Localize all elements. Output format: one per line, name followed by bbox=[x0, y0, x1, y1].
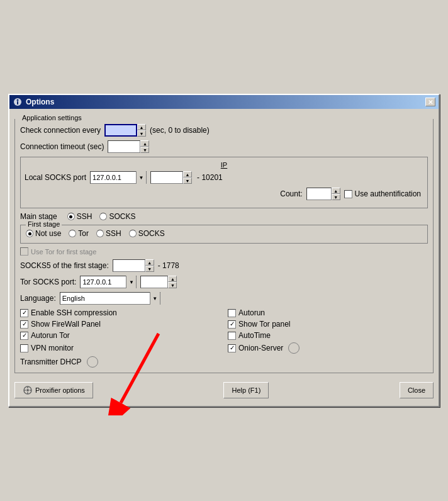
autotime-box[interactable] bbox=[228, 332, 236, 340]
socks5-spinbox: 1777 ▲ ▼ bbox=[113, 259, 154, 272]
help-button[interactable]: Help (F1) bbox=[223, 382, 269, 398]
close-button[interactable]: ✕ bbox=[425, 98, 435, 106]
first-stage-notuse-radio[interactable]: Not use bbox=[26, 229, 61, 238]
count-down[interactable]: ▼ bbox=[332, 194, 340, 200]
transmitter-dhcp-checkbox[interactable]: Transmitter DHCP bbox=[20, 356, 220, 368]
close-footer-button[interactable]: Close bbox=[400, 382, 434, 398]
first-stage-group-label: First stage bbox=[26, 220, 62, 228]
check-connection-up[interactable]: ▲ bbox=[137, 124, 146, 130]
show-tor-box[interactable] bbox=[228, 320, 236, 329]
help-label: Help (F1) bbox=[232, 386, 260, 394]
port-start-down[interactable]: ▼ bbox=[183, 177, 192, 184]
main-stage-radio-group: SSH SOCKS bbox=[67, 212, 136, 221]
local-ip-arrow[interactable]: ▼ bbox=[136, 171, 146, 184]
first-stage-notuse-label: Not use bbox=[35, 229, 61, 238]
language-label: Language: bbox=[20, 294, 56, 303]
show-firewall-box[interactable] bbox=[20, 320, 28, 329]
socks5-up[interactable]: ▲ bbox=[145, 259, 154, 266]
port-end-label: - 10201 bbox=[197, 173, 223, 182]
count-input[interactable]: 1 bbox=[306, 188, 332, 200]
show-firewall-checkbox[interactable]: Show FireWall Panel bbox=[20, 320, 220, 329]
check-connection-input[interactable]: 10 bbox=[104, 124, 137, 137]
proxifier-button[interactable]: Proxifier options bbox=[14, 382, 93, 398]
first-stage-tor-label: Tor bbox=[78, 229, 89, 238]
language-arrow[interactable]: ▼ bbox=[150, 292, 160, 305]
tor-port-arrows: ▲ ▼ bbox=[168, 276, 177, 288]
first-stage-tor-circle[interactable] bbox=[69, 230, 76, 237]
first-stage-socks-radio[interactable]: SOCKS bbox=[129, 229, 165, 238]
use-tor-checkbox[interactable]: Use Tor for first stage bbox=[20, 247, 96, 256]
tor-ip-value: 127.0.0.1 bbox=[81, 277, 126, 287]
show-tor-checkbox[interactable]: Show Tor panel bbox=[228, 320, 428, 329]
main-stage-socks-radio-circle[interactable] bbox=[99, 213, 107, 220]
first-stage-ssh-circle[interactable] bbox=[96, 230, 104, 237]
main-stage-socks-radio[interactable]: SOCKS bbox=[99, 212, 135, 221]
language-row: Language: English ▼ bbox=[20, 292, 428, 305]
port-start-input[interactable]: 10200 bbox=[150, 171, 183, 184]
connection-timeout-up[interactable]: ▲ bbox=[140, 140, 149, 147]
count-spinbox: 1 ▲ ▼ bbox=[306, 188, 340, 200]
main-stage-ssh-radio-circle[interactable] bbox=[67, 213, 75, 220]
local-socks-label: Local SOCKS port bbox=[25, 173, 86, 182]
use-auth-checkbox-box[interactable] bbox=[344, 190, 352, 198]
first-stage-notuse-dot bbox=[28, 232, 31, 235]
app-settings-group: Application settings Check connection ev… bbox=[14, 119, 434, 373]
tor-ip-arrow[interactable]: ▼ bbox=[126, 276, 136, 288]
first-stage-group: First stage Not use Tor SSH bbox=[20, 225, 428, 244]
title-bar: Options ✕ bbox=[9, 95, 439, 109]
tor-port-input[interactable]: 9050 bbox=[140, 276, 168, 288]
enable-ssh-checkbox[interactable]: Enable SSH compression bbox=[20, 308, 220, 317]
language-dropdown[interactable]: English ▼ bbox=[60, 292, 160, 305]
vpn-monitor-checkbox[interactable]: VPN monitor bbox=[20, 342, 220, 354]
first-stage-tor-radio[interactable]: Tor bbox=[69, 229, 89, 238]
tor-port-up[interactable]: ▲ bbox=[168, 276, 177, 282]
local-ip-dropdown[interactable]: 127.0.0.1 ▼ bbox=[90, 171, 147, 184]
svg-rect-2 bbox=[17, 101, 18, 104]
check-connection-spinbox: 10 ▲ ▼ bbox=[104, 124, 146, 137]
socks5-row: SOCKS5 of the first stage: 1777 ▲ ▼ - 17… bbox=[20, 259, 428, 272]
port-start-up[interactable]: ▲ bbox=[183, 171, 192, 177]
first-stage-socks-label: SOCKS bbox=[138, 229, 165, 238]
autorun-tor-label: Autorun Tor bbox=[31, 331, 70, 340]
use-auth-checkbox[interactable]: Use authentification bbox=[344, 189, 421, 198]
check-connection-row: Check connection every 10 ▲ ▼ (sec, 0 to… bbox=[20, 124, 428, 137]
transmitter-dhcp-circle-btn[interactable] bbox=[87, 356, 98, 368]
onion-server-checkbox[interactable]: Onion-Server bbox=[228, 342, 428, 354]
autorun-box[interactable] bbox=[228, 309, 236, 317]
autorun-tor-checkbox[interactable]: Autorun Tor bbox=[20, 331, 220, 340]
use-tor-row: Use Tor for first stage bbox=[20, 247, 428, 256]
check-connection-unit: (sec, 0 to disable) bbox=[150, 126, 210, 135]
vpn-monitor-box[interactable] bbox=[20, 344, 28, 352]
first-stage-notuse-circle[interactable] bbox=[26, 230, 33, 237]
check-connection-down[interactable]: ▼ bbox=[137, 130, 146, 137]
connection-timeout-down[interactable]: ▼ bbox=[140, 147, 149, 153]
socks5-down[interactable]: ▼ bbox=[145, 266, 154, 272]
onion-server-circle-btn[interactable] bbox=[288, 342, 300, 354]
autorun-checkbox[interactable]: Autorun bbox=[228, 308, 428, 317]
local-socks-row: Local SOCKS port 127.0.0.1 ▼ 10200 ▲ ▼ -… bbox=[25, 171, 423, 184]
proxifier-icon bbox=[23, 385, 33, 395]
autorun-tor-box[interactable] bbox=[20, 332, 28, 340]
tor-port-spinbox: 9050 ▲ ▼ bbox=[140, 276, 177, 288]
first-stage-socks-circle[interactable] bbox=[129, 230, 137, 237]
onion-server-box[interactable] bbox=[228, 344, 236, 352]
tor-port-down[interactable]: ▼ bbox=[168, 282, 177, 288]
first-stage-ssh-radio[interactable]: SSH bbox=[96, 229, 121, 238]
autorun-label: Autorun bbox=[238, 308, 265, 317]
connection-timeout-input[interactable]: 20 bbox=[108, 140, 140, 153]
use-tor-checkbox-box[interactable] bbox=[20, 247, 28, 256]
tor-ip-dropdown[interactable]: 127.0.0.1 ▼ bbox=[80, 276, 137, 288]
main-stage-label: Main stage bbox=[20, 212, 57, 221]
connection-timeout-label: Connection timeout (sec) bbox=[20, 142, 104, 151]
enable-ssh-box[interactable] bbox=[20, 309, 28, 317]
options-section: Enable SSH compression Autorun Show Fire… bbox=[20, 308, 428, 368]
first-stage-radio-group: Not use Tor SSH SOCKS bbox=[26, 229, 422, 238]
title-bar-left: Options bbox=[13, 97, 54, 107]
connection-timeout-spinbox: 20 ▲ ▼ bbox=[108, 140, 149, 153]
socks5-input[interactable]: 1777 bbox=[113, 259, 145, 272]
autotime-checkbox[interactable]: AutoTime bbox=[228, 331, 428, 340]
count-up[interactable]: ▲ bbox=[332, 188, 340, 194]
main-stage-ssh-radio[interactable]: SSH bbox=[67, 212, 92, 221]
autotime-label: AutoTime bbox=[238, 331, 271, 340]
count-label: Count: bbox=[280, 189, 302, 198]
